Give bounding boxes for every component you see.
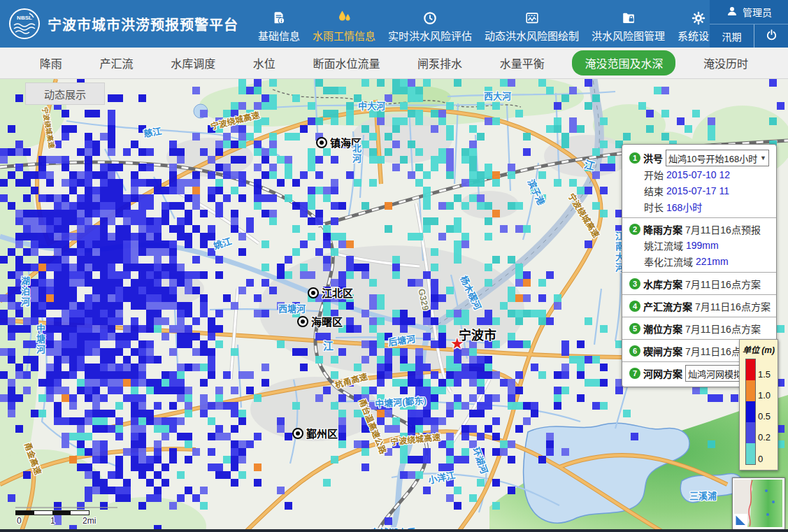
account-block: 管理员 汛期	[710, 0, 788, 48]
flood-number-select[interactable]: 灿鸿10号开始168小时▼	[666, 150, 769, 166]
start-value: 2015-07-10 12	[666, 169, 730, 180]
overview-minimap[interactable]	[732, 477, 785, 530]
sub-nav-tabs: 降雨 产汇流 水库调度 水位 断面水位流量 闸泵排水 水量平衡 淹没范围及水深 …	[0, 48, 788, 79]
clock-icon	[422, 9, 438, 26]
legend-colorbar	[745, 359, 756, 465]
chart-window-icon	[524, 9, 540, 26]
bottom-edge-strip	[0, 529, 788, 532]
legend-tick: 0.5	[758, 411, 771, 422]
legend-tick: 0.2	[758, 432, 771, 443]
tab-water-balance[interactable]: 水量平衡	[490, 50, 554, 76]
nav-item-water-rain-info[interactable]: 水雨工情信息	[313, 9, 375, 43]
user-menu[interactable]: 管理员	[710, 0, 788, 24]
duration-value: 168小时	[666, 200, 702, 214]
rain-scheme-value: 7月11日16点预报	[685, 222, 761, 236]
tab-reservoir-dispatch[interactable]: 水库调度	[161, 50, 225, 76]
fenghuajiang-basin-label: 奉化江流域	[644, 254, 693, 268]
water-drops-icon	[336, 9, 352, 26]
nbsl-logo-icon: NBSL	[8, 8, 41, 40]
river-network-scheme-label: 河网方案	[643, 366, 682, 380]
main-nav: 基础信息 水雨工情信息 实时洪水风险评估 动态洪水风险图绘制	[258, 1, 719, 47]
step-6-badge: 6	[629, 345, 640, 357]
step-4-badge: 4	[629, 301, 640, 312]
app-header: NBSL 宁波市城市洪涝预报预警平台 基础信息 水雨工情信息	[0, 0, 788, 48]
depth-legend: 单位 (m) 1.5 1.0 0.5 0.2 0	[739, 339, 778, 470]
step-2-badge: 2	[629, 224, 640, 235]
flood-platform-window: NBSL 宁波市城市洪涝预报预警平台 基础信息 水雨工情信息	[0, 0, 788, 532]
tide-scheme-label: 潮位方案	[643, 322, 682, 336]
minimap-content	[734, 480, 782, 527]
scale-tick: 0	[17, 516, 22, 526]
tide-scheme-value: 7月11日16点方案	[685, 322, 761, 336]
duration-label: 时长	[644, 200, 664, 214]
legend-tick: 1.5	[758, 369, 771, 380]
nav-label: 动态洪水风险图绘制	[485, 28, 579, 43]
rain-scheme-label: 降雨方案	[643, 222, 682, 236]
nav-label: 基础信息	[258, 28, 300, 43]
legend-tick: 0	[758, 454, 763, 464]
nav-item-dynamic-floodmap-drawing[interactable]: 动态洪水风险图绘制	[485, 9, 579, 43]
map-canvas[interactable]: 镇海区 江北区 海曙区 鄞州区 宁波市 ★ 慈江 中大河 西大河 北河 滨子港 …	[0, 79, 788, 532]
runoff-scheme-label: 产汇流方案	[643, 299, 692, 313]
logout-button[interactable]	[754, 24, 788, 48]
account-bottom-row: 汛期	[710, 24, 788, 48]
nav-item-floodmap-management[interactable]: 洪水风险图管理	[592, 9, 665, 43]
scale-tick: 2mi	[83, 516, 96, 526]
step-7-badge: 7	[629, 368, 640, 379]
page-title: 宁波市城市洪涝预报预警平台	[48, 14, 238, 34]
flood-number-label: 洪号	[643, 151, 663, 165]
legend-title: 单位 (m)	[740, 343, 778, 355]
tab-inundation-duration[interactable]: 淹没历时	[694, 50, 758, 76]
folder-lock-icon	[621, 9, 636, 26]
tab-rainfall[interactable]: 降雨	[30, 50, 72, 76]
step-5-badge: 5	[629, 323, 640, 334]
svg-text:NBSL: NBSL	[17, 15, 32, 21]
dynamic-display-button[interactable]: 动态展示	[25, 82, 105, 105]
nav-item-realtime-flood-risk[interactable]: 实时洪水风险评估	[388, 9, 472, 43]
map-scalebar: 0 1 2mi	[15, 507, 120, 526]
legend-tick: 1.0	[758, 390, 771, 401]
tab-inundation-extent-depth[interactable]: 淹没范围及水深	[572, 50, 675, 76]
scalebar-km-line	[15, 507, 117, 508]
gear-icon	[691, 9, 706, 26]
end-value: 2015-07-17 11	[666, 185, 729, 196]
doc-info-icon	[271, 9, 287, 26]
season-mode-button[interactable]: 汛期	[710, 24, 754, 48]
nav-label: 实时洪水风险评估	[388, 28, 472, 43]
step-1-badge: 1	[629, 152, 640, 164]
tab-water-level[interactable]: 水位	[243, 50, 285, 76]
tab-gate-pump-drainage[interactable]: 闸泵排水	[408, 50, 472, 76]
gate-scheme-label: 碶闸方案	[643, 344, 682, 358]
yaojiang-basin-value: 199mm	[686, 240, 719, 251]
power-icon	[765, 29, 778, 44]
scalebar-bar	[15, 510, 89, 515]
fenghuajiang-basin-value: 221mm	[696, 256, 729, 267]
tab-runoff[interactable]: 产汇流	[89, 50, 143, 76]
nav-label: 洪水风险图管理	[592, 28, 665, 43]
start-label: 开始	[644, 168, 664, 182]
chevron-down-icon: ▼	[760, 154, 766, 161]
user-icon	[726, 5, 738, 20]
username: 管理员	[743, 5, 772, 19]
reservoir-scheme-label: 水库方案	[643, 277, 682, 291]
nav-label: 水雨工情信息	[313, 28, 375, 43]
yaojiang-basin-label: 姚江流域	[644, 238, 683, 252]
step-3-badge: 3	[629, 278, 640, 289]
nav-item-basic-info[interactable]: 基础信息	[258, 9, 300, 43]
runoff-scheme-value: 7月11日16点方案	[695, 299, 771, 313]
end-label: 结束	[644, 184, 664, 198]
scale-tick: 1	[50, 516, 55, 526]
tab-section-stage-flow[interactable]: 断面水位流量	[303, 50, 389, 76]
reservoir-scheme-value: 7月11日16点方案	[685, 277, 761, 291]
